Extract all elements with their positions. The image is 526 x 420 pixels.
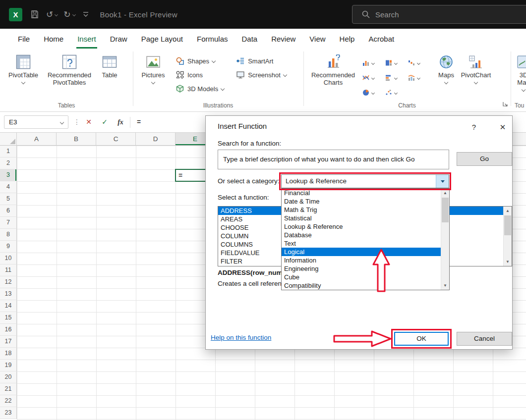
insert-bar-chart-button[interactable] [385, 74, 408, 82]
function-list-scrollbar[interactable]: ▲ ▼ [503, 207, 512, 266]
row-header[interactable]: 17 [0, 336, 17, 348]
row-header[interactable]: 7 [0, 217, 17, 229]
name-box[interactable]: E3 [4, 115, 68, 129]
tab-insert[interactable]: Insert [70, 29, 103, 50]
redo-button[interactable]: ↻ [63, 10, 75, 19]
dialog-help-button[interactable]: ? [467, 120, 481, 135]
category-dropdown[interactable]: Lookup & Reference [281, 174, 449, 188]
column-header-a[interactable]: A [17, 133, 57, 145]
row-header[interactable]: 2 [0, 158, 17, 169]
row-header[interactable]: 20 [0, 371, 17, 383]
shapes-button[interactable]: Shapes [175, 56, 224, 65]
category-option[interactable]: Compatibility [282, 281, 441, 290]
row-header[interactable]: 6 [0, 205, 17, 217]
icons-button[interactable]: Icons [175, 70, 224, 79]
function-search-input[interactable]: Type a brief description of what you wan… [218, 150, 449, 169]
save-button[interactable] [30, 10, 39, 19]
search-box[interactable]: Search [352, 5, 526, 24]
row-header[interactable]: 10 [0, 253, 17, 264]
charts-dialog-launcher[interactable] [502, 100, 508, 109]
category-option[interactable]: Financial [282, 189, 441, 197]
tab-home[interactable]: Home [37, 29, 70, 50]
scrollbar-thumb[interactable] [504, 215, 511, 235]
3d-map-button[interactable]: 3D Map [515, 53, 526, 92]
pictures-button[interactable]: Pictures [138, 53, 169, 85]
category-option[interactable]: Math & Trig [282, 206, 441, 214]
insert-function-button[interactable]: fx [114, 115, 127, 129]
column-header-d[interactable]: D [136, 133, 175, 145]
row-header[interactable]: 4 [0, 181, 17, 193]
maps-button[interactable]: Maps [433, 53, 459, 85]
scrollbar-thumb[interactable] [442, 198, 449, 222]
column-header-b[interactable]: B [57, 133, 96, 145]
row-header[interactable]: 5 [0, 193, 17, 205]
row-header[interactable]: 21 [0, 383, 17, 395]
screenshot-button[interactable]: Screenshot [236, 70, 287, 79]
enter-entry-button[interactable]: ✓ [98, 115, 111, 129]
row-header[interactable]: 22 [0, 395, 17, 407]
tab-file[interactable]: File [11, 29, 37, 50]
category-dropdown-button[interactable] [436, 175, 449, 188]
category-option[interactable]: Information [282, 256, 441, 264]
tab-review[interactable]: Review [264, 29, 302, 50]
category-option[interactable]: Date & Time [282, 197, 441, 206]
row-header[interactable]: 14 [0, 300, 17, 312]
pivottable-button[interactable]: PivotTable [2, 53, 45, 85]
select-all-corner[interactable] [0, 133, 17, 145]
row-header[interactable]: 18 [0, 348, 17, 360]
customize-quick-access-button[interactable] [82, 11, 89, 18]
category-option-logical[interactable]: Logical [282, 248, 441, 256]
cancel-entry-button[interactable]: ✕ [82, 115, 95, 129]
pivotchart-button[interactable]: PivotChart [459, 53, 493, 85]
insert-hierarchy-chart-button[interactable] [385, 59, 408, 67]
scroll-up-icon[interactable]: ▲ [504, 207, 512, 215]
tab-formulas[interactable]: Formulas [190, 29, 235, 50]
row-header[interactable]: 11 [0, 264, 17, 276]
row-header[interactable]: 3 [0, 169, 17, 181]
ok-button[interactable]: OK [394, 332, 449, 346]
recommended-charts-button[interactable]: Recommended Charts [309, 53, 357, 87]
insert-waterfall-chart-button[interactable] [408, 59, 430, 67]
recommended-pivottables-button[interactable]: Recommended PivotTables [45, 53, 94, 87]
row-header[interactable]: 9 [0, 241, 17, 253]
tab-view[interactable]: View [302, 29, 332, 50]
category-list-scrollbar[interactable]: ▲ ▼ [441, 189, 449, 290]
row-header[interactable]: 13 [0, 288, 17, 300]
scroll-up-icon[interactable]: ▲ [441, 189, 449, 197]
tab-data[interactable]: Data [234, 29, 264, 50]
row-header[interactable]: 1 [0, 146, 17, 158]
3d-models-button[interactable]: 3D Models [175, 84, 224, 93]
insert-column-chart-button[interactable] [362, 59, 385, 67]
row-header[interactable]: 15 [0, 312, 17, 324]
tab-page-layout[interactable]: Page Layout [134, 29, 190, 50]
formula-input[interactable]: = [137, 115, 141, 129]
scroll-down-icon[interactable]: ▼ [504, 258, 512, 266]
tab-acrobat[interactable]: Acrobat [361, 29, 401, 50]
category-option[interactable]: Statistical [282, 214, 441, 222]
more-options-icon[interactable]: ⋮ [70, 115, 83, 129]
row-header[interactable]: 19 [0, 360, 17, 371]
go-button[interactable]: Go [457, 152, 512, 166]
category-option[interactable]: Lookup & Reference [282, 222, 441, 231]
insert-combo-chart-button[interactable] [408, 74, 430, 82]
smartart-button[interactable]: SmartArt [236, 56, 287, 65]
category-option[interactable]: Database [282, 231, 441, 239]
scroll-down-icon[interactable]: ▼ [441, 281, 449, 290]
tab-help[interactable]: Help [333, 29, 362, 50]
row-header[interactable]: 23 [0, 407, 17, 419]
cancel-button[interactable]: Cancel [457, 332, 512, 346]
insert-scatter-chart-button[interactable] [385, 89, 408, 97]
undo-button[interactable]: ↺ [46, 10, 58, 19]
row-header[interactable]: 8 [0, 229, 17, 241]
row-header[interactable]: 12 [0, 276, 17, 288]
insert-pie-chart-button[interactable] [362, 89, 385, 97]
help-on-function-link[interactable]: Help on this function [211, 334, 271, 341]
category-option[interactable]: Engineering [282, 264, 441, 273]
category-options-list[interactable]: Financial Date & Time Math & Trig Statis… [281, 188, 450, 290]
insert-line-chart-button[interactable] [362, 74, 385, 82]
tab-draw[interactable]: Draw [103, 29, 134, 50]
table-button[interactable]: Table [94, 53, 125, 80]
category-option[interactable]: Cube [282, 273, 441, 281]
dialog-close-button[interactable]: ✕ [495, 120, 510, 135]
column-header-c[interactable]: C [96, 133, 136, 145]
